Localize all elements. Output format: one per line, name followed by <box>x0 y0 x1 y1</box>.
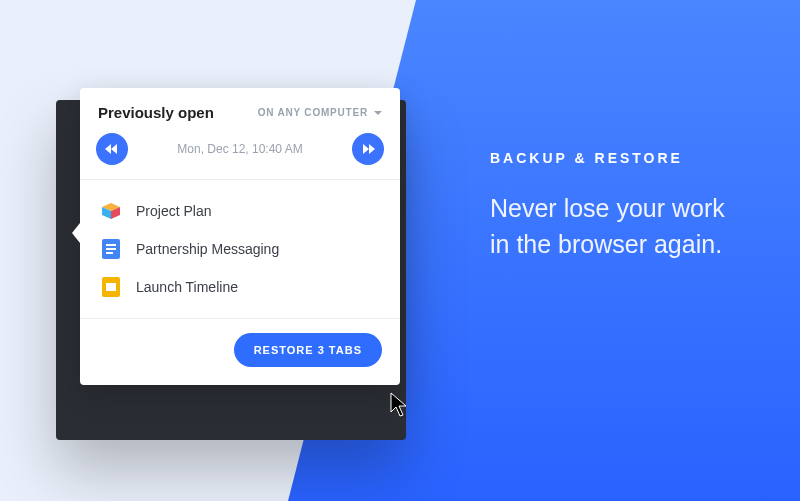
svg-rect-8 <box>106 283 116 291</box>
filter-label: ON ANY COMPUTER <box>258 107 368 118</box>
card-header: Previously open ON ANY COMPUTER <box>80 88 400 133</box>
date-nav: Mon, Dec 12, 10:40 AM <box>80 133 400 179</box>
item-label: Partnership Messaging <box>136 241 279 257</box>
card-footer: RESTORE 3 TABS <box>80 319 400 385</box>
item-label: Launch Timeline <box>136 279 238 295</box>
google-docs-icon <box>100 238 122 260</box>
promo-copy: BACKUP & RESTORE Never lose your work in… <box>490 150 740 263</box>
tab-list: Project Plan Partnership Messaging L <box>80 180 400 318</box>
chevron-down-icon <box>374 111 382 115</box>
filter-dropdown[interactable]: ON ANY COMPUTER <box>258 107 382 118</box>
app-box-icon <box>100 200 122 222</box>
list-item[interactable]: Project Plan <box>92 192 388 230</box>
rewind-icon <box>105 143 119 155</box>
google-slides-icon <box>100 276 122 298</box>
svg-rect-5 <box>106 248 116 250</box>
forward-icon <box>361 143 375 155</box>
next-button[interactable] <box>352 133 384 165</box>
list-item[interactable]: Partnership Messaging <box>92 230 388 268</box>
item-label: Project Plan <box>136 203 211 219</box>
card-title: Previously open <box>98 104 214 121</box>
svg-rect-4 <box>106 244 116 246</box>
promo-heading: BACKUP & RESTORE <box>490 150 740 166</box>
prev-button[interactable] <box>96 133 128 165</box>
restore-button[interactable]: RESTORE 3 TABS <box>234 333 382 367</box>
promo-body: Never lose your work in the browser agai… <box>490 190 740 263</box>
list-item[interactable]: Launch Timeline <box>92 268 388 306</box>
restore-card: Previously open ON ANY COMPUTER Mon, Dec… <box>80 88 400 385</box>
timestamp: Mon, Dec 12, 10:40 AM <box>177 142 302 156</box>
svg-rect-6 <box>106 252 113 254</box>
card-pointer <box>72 223 80 243</box>
